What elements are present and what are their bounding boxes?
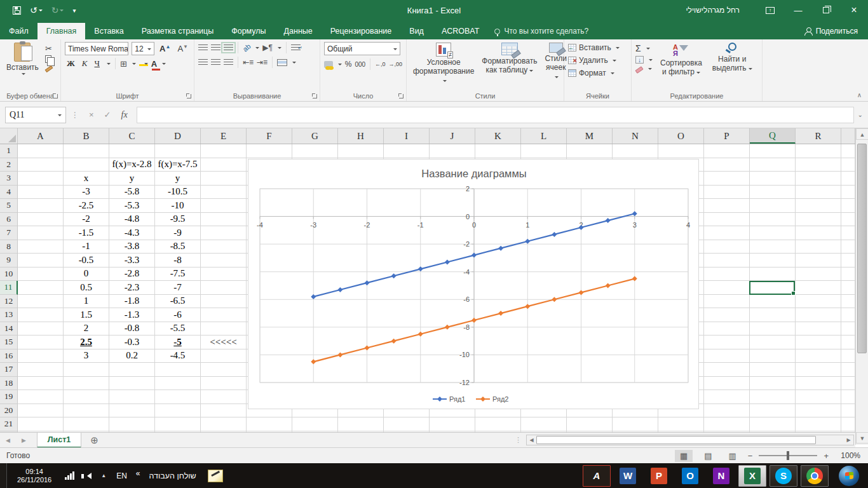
cell-L21[interactable] bbox=[521, 417, 567, 431]
cell-C15[interactable]: -0.3 bbox=[109, 336, 155, 349]
sort-filter-button[interactable]: АЯ Сортировка и фильтр bbox=[658, 42, 705, 90]
row-header-13[interactable]: 13 bbox=[0, 308, 18, 322]
cell-partial[interactable] bbox=[841, 254, 855, 268]
cell-D15[interactable]: -5 bbox=[155, 336, 201, 349]
desktop-toolbar-label[interactable]: שולחן העבודה bbox=[149, 471, 196, 480]
cell-R10[interactable] bbox=[796, 268, 841, 281]
cell-P7[interactable] bbox=[704, 226, 750, 240]
cell-R8[interactable] bbox=[796, 240, 841, 254]
cell-M21[interactable] bbox=[567, 417, 613, 431]
cell-A13[interactable] bbox=[18, 308, 64, 322]
clear-button[interactable] bbox=[635, 67, 653, 71]
cell-B15[interactable]: 2.5 bbox=[64, 336, 109, 349]
text-direction-icon[interactable]: ▶¶ bbox=[262, 43, 273, 52]
cell-D3[interactable]: y bbox=[155, 172, 201, 186]
cell-C9[interactable]: -3.3 bbox=[109, 254, 155, 268]
cell-Q8[interactable] bbox=[750, 240, 796, 254]
cell-A12[interactable] bbox=[18, 295, 64, 309]
align-bottom-icon[interactable] bbox=[224, 44, 233, 51]
taskbar-app-powerpoint[interactable]: P bbox=[645, 465, 673, 487]
view-page-break-icon[interactable]: ▥ bbox=[724, 450, 742, 462]
find-select-button[interactable]: Найти и выделить bbox=[710, 42, 755, 90]
tab-рецензирование[interactable]: Рецензирование bbox=[322, 23, 401, 39]
cell-C6[interactable]: -4.8 bbox=[109, 213, 155, 227]
cell-B4[interactable]: -3 bbox=[64, 186, 109, 200]
column-header-C[interactable]: C bbox=[109, 128, 155, 144]
cell-E13[interactable] bbox=[201, 308, 247, 322]
cell-R13[interactable] bbox=[796, 308, 841, 322]
cell-E5[interactable] bbox=[201, 199, 247, 213]
decrease-decimal-icon[interactable]: →,00 bbox=[388, 62, 402, 67]
cell-B11[interactable]: 0.5 bbox=[64, 281, 109, 295]
minimize-icon[interactable]: — bbox=[784, 0, 812, 20]
row-header-19[interactable]: 19 bbox=[0, 390, 18, 404]
row-header-9[interactable]: 9 bbox=[0, 254, 18, 268]
cell-D4[interactable]: -10.5 bbox=[155, 186, 201, 200]
cell-P15[interactable] bbox=[704, 336, 750, 349]
zoom-slider[interactable] bbox=[759, 455, 817, 456]
cell-R16[interactable] bbox=[796, 349, 841, 363]
cell-A8[interactable] bbox=[18, 240, 64, 254]
cell-A7[interactable] bbox=[18, 226, 64, 240]
cell-Q1[interactable] bbox=[750, 144, 796, 158]
active-cell-q11[interactable] bbox=[749, 281, 795, 295]
cell-Q5[interactable] bbox=[750, 199, 796, 213]
row-header-3[interactable]: 3 bbox=[0, 172, 18, 186]
cell-P17[interactable] bbox=[704, 363, 750, 377]
cell-C11[interactable]: -2.3 bbox=[109, 281, 155, 295]
view-page-layout-icon[interactable]: ▤ bbox=[699, 450, 717, 462]
cell-R2[interactable] bbox=[796, 158, 841, 172]
cell-R7[interactable] bbox=[796, 226, 841, 240]
cell-B20[interactable] bbox=[64, 404, 109, 418]
font-color-icon[interactable]: А bbox=[151, 59, 157, 69]
save-icon[interactable] bbox=[13, 6, 21, 15]
cell-C18[interactable] bbox=[109, 377, 155, 391]
cell-B19[interactable] bbox=[64, 390, 109, 404]
column-header-L[interactable]: L bbox=[521, 128, 567, 144]
cell-R11[interactable] bbox=[796, 281, 841, 295]
cell-partial[interactable] bbox=[841, 268, 855, 281]
column-header-O[interactable]: O bbox=[658, 128, 704, 144]
cell-D13[interactable]: -6 bbox=[155, 308, 201, 322]
cell-E8[interactable] bbox=[201, 240, 247, 254]
cell-A18[interactable] bbox=[18, 377, 64, 391]
row-header-8[interactable]: 8 bbox=[0, 240, 18, 254]
row-header-14[interactable]: 14 bbox=[0, 322, 18, 336]
zoom-in-icon[interactable]: + bbox=[824, 451, 829, 461]
number-dialog-launcher[interactable] bbox=[399, 94, 403, 98]
column-header-K[interactable]: K bbox=[475, 128, 521, 144]
cell-R9[interactable] bbox=[796, 254, 841, 268]
increase-indent-icon[interactable]: ⇥≡ bbox=[257, 58, 268, 67]
cell-E4[interactable] bbox=[201, 186, 247, 200]
cell-B1[interactable] bbox=[64, 144, 109, 158]
cell-P11[interactable] bbox=[704, 281, 750, 295]
cell-A15[interactable] bbox=[18, 336, 64, 349]
cell-C14[interactable]: -0.8 bbox=[109, 322, 155, 336]
name-box[interactable]: Q11 bbox=[5, 107, 66, 123]
cell-Q12[interactable] bbox=[750, 295, 796, 309]
cell-E2[interactable] bbox=[201, 158, 247, 172]
row-header-17[interactable]: 17 bbox=[0, 363, 18, 377]
cell-P9[interactable] bbox=[704, 254, 750, 268]
cell-Q2[interactable] bbox=[750, 158, 796, 172]
ribbon-display-options-icon[interactable]: ↑ bbox=[756, 0, 784, 20]
chart-object[interactable]: -4-3-2-10123420-2-4-6-8-10-12Название ди… bbox=[248, 159, 699, 409]
cell-I21[interactable] bbox=[384, 417, 430, 431]
cell-R4[interactable] bbox=[796, 186, 841, 200]
cell-C10[interactable]: -2.8 bbox=[109, 268, 155, 281]
cell-Q16[interactable] bbox=[750, 349, 796, 363]
cell-K21[interactable] bbox=[475, 417, 521, 431]
font-name-select[interactable]: Times New Roma bbox=[65, 42, 128, 55]
cell-L1[interactable] bbox=[521, 144, 567, 158]
autosum-button[interactable]: Σ bbox=[635, 44, 653, 53]
user-name[interactable]: רחל מגרהלישוילי bbox=[686, 6, 740, 15]
taskbar-app-acrobat[interactable]: A bbox=[583, 465, 611, 487]
cell-Q3[interactable] bbox=[750, 172, 796, 186]
cell-D16[interactable]: -4.5 bbox=[155, 349, 201, 363]
cell-C21[interactable] bbox=[109, 417, 155, 431]
cell-D21[interactable] bbox=[155, 417, 201, 431]
cell-C3[interactable]: y bbox=[109, 172, 155, 186]
show-desktop-button[interactable] bbox=[0, 463, 7, 488]
network-icon[interactable] bbox=[65, 471, 75, 480]
cell-A11[interactable] bbox=[18, 281, 64, 295]
